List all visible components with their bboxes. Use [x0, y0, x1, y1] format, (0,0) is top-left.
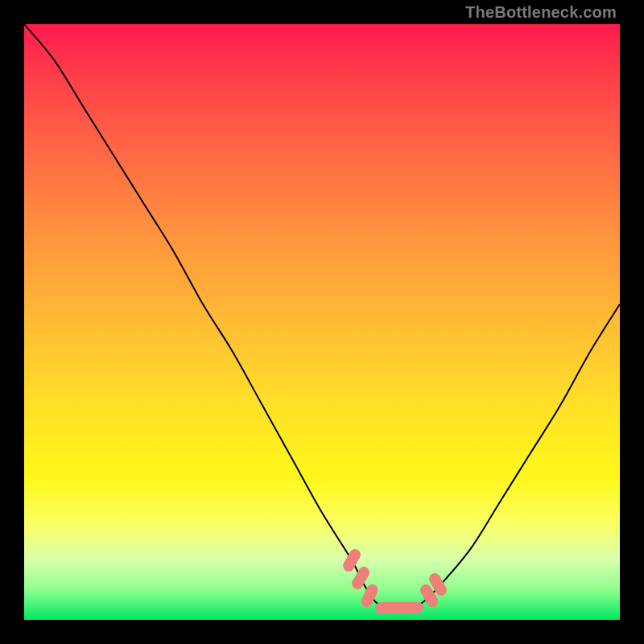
curve-svg: [24, 24, 620, 620]
gradient-plot-area: [24, 24, 620, 620]
curve-marker: [399, 602, 423, 614]
watermark-text: TheBottleneck.com: [465, 3, 617, 22]
bottleneck-curve: [24, 24, 620, 609]
chart-frame: TheBottleneck.com: [0, 0, 644, 644]
